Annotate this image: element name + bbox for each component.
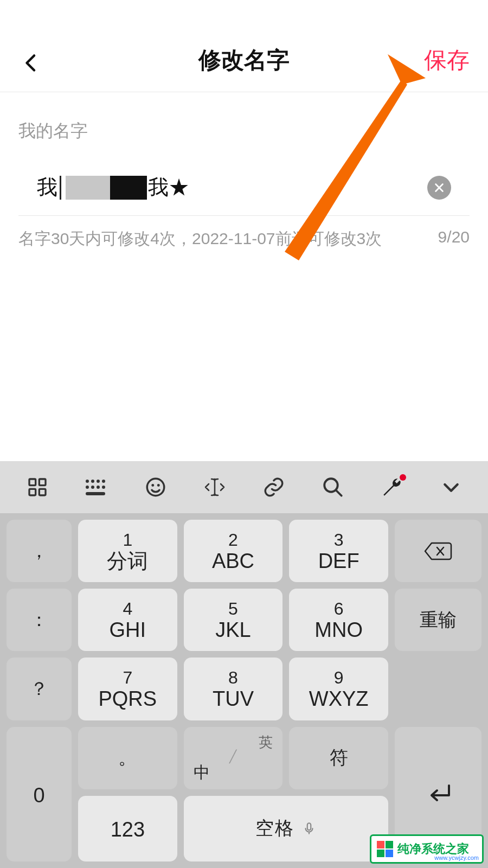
kb-search-button[interactable]: [317, 471, 349, 503]
key-backspace[interactable]: [395, 520, 481, 582]
text-cursor-icon: [202, 476, 227, 499]
kb-emoji-button[interactable]: [139, 471, 172, 503]
svg-point-12: [97, 486, 100, 489]
value-suffix: 我★: [148, 174, 189, 201]
grid-icon: [27, 476, 48, 498]
key-comma[interactable]: ，: [7, 520, 72, 582]
key-zero[interactable]: 0: [7, 727, 72, 861]
svg-point-16: [151, 484, 154, 487]
key-4[interactable]: 4GHI: [78, 589, 177, 651]
key-symbols[interactable]: 符: [289, 727, 388, 789]
watermark-logo-icon: [377, 841, 393, 857]
svg-rect-2: [29, 479, 36, 486]
kb-clipboard-button[interactable]: [258, 471, 290, 503]
svg-point-8: [97, 480, 100, 483]
svg-point-17: [157, 484, 159, 487]
key-period[interactable]: 。: [78, 727, 177, 789]
page-title: 修改名字: [0, 45, 488, 75]
char-counter: 9/20: [438, 228, 470, 250]
chevron-down-icon: [440, 476, 462, 498]
key-7[interactable]: 7PQRS: [78, 658, 177, 720]
svg-point-7: [91, 480, 94, 483]
name-input-row[interactable]: 我 我★: [18, 143, 470, 216]
link-icon: [262, 476, 285, 499]
notification-dot-icon: [400, 474, 406, 481]
close-icon: [433, 182, 445, 194]
back-button[interactable]: [18, 50, 43, 75]
chevron-left-icon: [21, 53, 41, 73]
smile-icon: [144, 476, 167, 499]
hint-text: 名字30天内可修改4次，2022-11-07前还可修改3次: [18, 228, 382, 250]
watermark: 纯净系统之家 www.ycwjzy.com: [370, 834, 484, 864]
key-2[interactable]: 2ABC: [184, 520, 283, 582]
svg-point-6: [86, 480, 89, 483]
kb-layout-button[interactable]: [80, 471, 113, 503]
value-prefix: 我: [37, 174, 57, 201]
key-9[interactable]: 9WXYZ: [289, 658, 388, 720]
kb-cursor-button[interactable]: [198, 471, 231, 503]
svg-point-11: [91, 486, 94, 489]
key-colon[interactable]: ：: [7, 589, 72, 651]
key-redo[interactable]: 重输: [395, 589, 481, 651]
keyboard-icon: [85, 478, 108, 496]
keyboard-grid: ， 1分词 2ABC 3DEF ： 4GHI 5JKL 6MNO 重输 ？ 7P…: [0, 513, 488, 868]
redacted-text: [66, 176, 147, 200]
backspace-icon: [424, 541, 452, 561]
svg-rect-5: [39, 489, 46, 495]
key-question[interactable]: ？: [7, 658, 72, 720]
svg-rect-4: [29, 489, 36, 495]
watermark-url: www.ycwjzy.com: [434, 854, 479, 861]
save-button[interactable]: 保存: [424, 45, 470, 75]
svg-point-10: [86, 486, 89, 489]
text-caret: [60, 176, 61, 200]
key-3[interactable]: 3DEF: [289, 520, 388, 582]
keyboard-toolbar: [0, 461, 488, 513]
svg-rect-3: [39, 479, 46, 486]
key-lang[interactable]: 英 ╱ 中: [184, 727, 283, 789]
name-input[interactable]: 我 我★: [37, 174, 189, 201]
key-num-mode[interactable]: 123: [78, 796, 177, 861]
key-8[interactable]: 8TUV: [184, 658, 283, 720]
clear-button[interactable]: [427, 176, 451, 200]
key-space[interactable]: 空格: [184, 796, 388, 861]
hint-row: 名字30天内可修改4次，2022-11-07前还可修改3次 9/20: [0, 216, 488, 250]
svg-rect-19: [307, 824, 311, 831]
enter-icon: [423, 781, 453, 807]
kb-collapse-button[interactable]: [435, 471, 467, 503]
search-icon: [322, 476, 344, 499]
kb-apps-button[interactable]: [21, 471, 54, 503]
key-5[interactable]: 5JKL: [184, 589, 283, 651]
kb-settings-button[interactable]: [376, 471, 408, 503]
key-1[interactable]: 1分词: [78, 520, 177, 582]
svg-point-15: [147, 478, 164, 496]
keyboard: ， 1分词 2ABC 3DEF ： 4GHI 5JKL 6MNO 重输 ？ 7P…: [0, 461, 488, 868]
svg-rect-14: [86, 492, 105, 495]
svg-point-9: [102, 480, 105, 483]
section-label: 我的名字: [0, 92, 488, 143]
header: 修改名字 保存: [0, 0, 488, 92]
key-6[interactable]: 6MNO: [289, 589, 388, 651]
svg-point-13: [102, 486, 105, 489]
mic-icon: [302, 820, 316, 837]
